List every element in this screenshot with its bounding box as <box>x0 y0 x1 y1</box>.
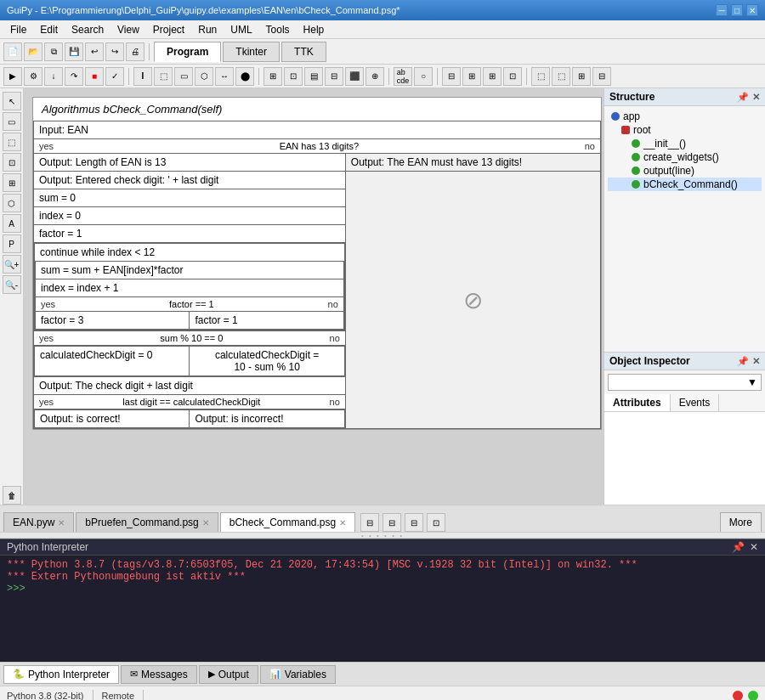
menu-tools[interactable]: Tools <box>259 22 297 37</box>
sidebar-zoom-in[interactable]: 🔍+ <box>3 255 21 274</box>
menu-edit[interactable]: Edit <box>33 22 65 37</box>
tree-bcheck[interactable]: bCheck_Command() <box>608 178 762 191</box>
sidebar-zoom-out[interactable]: 🔍- <box>3 275 21 294</box>
redo-button[interactable]: ↪ <box>105 42 124 61</box>
shape-btn-5[interactable]: ↔ <box>215 67 234 86</box>
minimize-button[interactable]: ─ <box>716 4 728 16</box>
inspector-tab-attributes[interactable]: Attributes <box>604 394 671 411</box>
tab-program[interactable]: Program <box>154 42 221 62</box>
tab-tkinter[interactable]: Tkinter <box>223 42 280 62</box>
tree-create-widgets[interactable]: create_widgets() <box>608 150 762 164</box>
new-button[interactable]: 📄 <box>3 42 22 61</box>
menu-project[interactable]: Project <box>146 22 191 37</box>
stop-button[interactable]: ■ <box>85 67 104 86</box>
tree-root[interactable]: root <box>608 123 762 137</box>
run-button[interactable]: ▶ <box>3 67 22 86</box>
out-entered: Output: Entered check digit: ' + last di… <box>34 172 345 189</box>
zoom-btn-3[interactable]: ⊞ <box>483 67 502 86</box>
inspector-pin-icon[interactable]: 📌 <box>737 356 749 367</box>
sidebar-delete[interactable]: 🗑 <box>3 486 21 505</box>
sidebar-tool5[interactable]: ⊞ <box>3 173 21 192</box>
menu-search[interactable]: Search <box>65 22 110 37</box>
handle-bar[interactable]: • • • • • • <box>0 532 765 539</box>
python-close-icon[interactable]: ✕ <box>750 541 758 553</box>
shape-btn-8[interactable]: ⊡ <box>284 67 303 86</box>
menu-uml[interactable]: UML <box>224 22 258 37</box>
export-btn-1[interactable]: ⬚ <box>531 67 550 86</box>
zoom-btn-2[interactable]: ⊞ <box>462 67 481 86</box>
menu-file[interactable]: File <box>3 22 33 37</box>
zoom-btn-1[interactable]: ⊟ <box>442 67 461 86</box>
inspector-tab-events[interactable]: Events <box>671 394 720 411</box>
sidebar-select[interactable]: ▭ <box>3 112 21 131</box>
zoom-btn-4[interactable]: ⊡ <box>503 67 522 86</box>
text-btn[interactable]: abcde <box>394 67 412 86</box>
python-pin-icon[interactable]: 📌 <box>732 541 745 553</box>
maximize-button[interactable]: □ <box>731 4 743 16</box>
tab-bpruefen[interactable]: bPruefen_Command.psg ✕ <box>76 512 218 532</box>
shape-btn-10[interactable]: ⊟ <box>325 67 343 86</box>
sidebar-tool8[interactable]: P <box>3 234 21 253</box>
tab-ctrl-4[interactable]: ⊡ <box>427 513 445 532</box>
shape-btn-6[interactable]: ⬤ <box>235 67 254 86</box>
sidebar-arrow[interactable]: ↖ <box>3 92 21 110</box>
step-into-button[interactable]: ↓ <box>44 67 63 86</box>
tab-bcheck[interactable]: bCheck_Command.psg ✕ <box>220 512 355 532</box>
menu-help[interactable]: Help <box>297 22 332 37</box>
shape-btn-2[interactable]: ⬚ <box>154 67 173 86</box>
save-button[interactable]: 💾 <box>65 42 83 61</box>
more-button[interactable]: More <box>720 512 762 532</box>
bottom-tab-interpreter[interactable]: 🐍 Python Interpreter <box>3 665 119 684</box>
tab-ctrl-3[interactable]: ⊟ <box>405 513 423 532</box>
tab-ean[interactable]: EAN.pyw ✕ <box>3 512 74 532</box>
menu-view[interactable]: View <box>110 22 146 37</box>
tab-ctrl-2[interactable]: ⊟ <box>382 513 401 532</box>
root-icon <box>621 126 630 134</box>
circle-btn[interactable]: ○ <box>414 67 433 86</box>
export-btn-4[interactable]: ⊟ <box>592 67 611 86</box>
menu-run[interactable]: Run <box>191 22 224 37</box>
shape-btn-12[interactable]: ⊕ <box>366 67 384 86</box>
copy-button[interactable]: ⧉ <box>44 42 63 61</box>
sidebar-tool7[interactable]: A <box>3 214 21 233</box>
python-content[interactable]: *** Python 3.8.7 (tags/v3.8.7:6503f05, D… <box>0 556 765 662</box>
algo-title: Algorithmus bCheck_Command(self) <box>33 98 601 121</box>
print-button[interactable]: 🖨 <box>126 42 144 61</box>
shape-btn-11[interactable]: ⬛ <box>345 67 364 86</box>
bottom-tab-messages[interactable]: ✉ Messages <box>121 665 197 684</box>
step-over-button[interactable]: ↷ <box>65 67 83 86</box>
export-btn-2[interactable]: ⬚ <box>552 67 570 86</box>
tab-bcheck-close[interactable]: ✕ <box>339 518 346 528</box>
shape-btn-9[interactable]: ▤ <box>304 67 323 86</box>
inspector-close-icon[interactable]: ✕ <box>752 356 760 367</box>
tab-ean-close[interactable]: ✕ <box>58 518 65 528</box>
python-prompt[interactable]: >>> <box>7 583 758 595</box>
tab-ttk[interactable]: TTK <box>281 42 326 62</box>
structure-close-icon[interactable]: ✕ <box>752 92 760 103</box>
sidebar-tool4[interactable]: ⊡ <box>3 153 21 172</box>
inspector-dropdown[interactable]: ▼ <box>608 374 762 391</box>
tree-init[interactable]: __init__() <box>608 137 762 150</box>
open-button[interactable]: 📂 <box>24 42 42 61</box>
debug-button[interactable]: ⚙ <box>24 67 42 86</box>
shape-btn-3[interactable]: ▭ <box>174 67 193 86</box>
sidebar-tool6[interactable]: ⬡ <box>3 194 21 212</box>
tree-app[interactable]: app <box>608 110 762 123</box>
check-button[interactable]: ✓ <box>105 67 124 86</box>
undo-button[interactable]: ↩ <box>85 42 104 61</box>
bottom-tab-variables[interactable]: 📊 Variables <box>260 665 336 684</box>
shape-btn-1[interactable]: I <box>133 67 152 86</box>
output-icon: ▶ <box>208 669 215 680</box>
tab-bpruefen-close[interactable]: ✕ <box>202 518 209 528</box>
structure-pin-icon[interactable]: 📌 <box>737 92 749 103</box>
bottom-tab-output[interactable]: ▶ Output <box>199 665 258 684</box>
shape-btn-4[interactable]: ⬡ <box>195 67 213 86</box>
tree-output[interactable]: output(line) <box>608 164 762 178</box>
toolbar2: ▶ ⚙ ↓ ↷ ■ ✓ I ⬚ ▭ ⬡ ↔ ⬤ ⊞ ⊡ ▤ ⊟ ⬛ ⊕ abcd… <box>0 65 765 88</box>
export-btn-3[interactable]: ⊞ <box>572 67 591 86</box>
sidebar-tool3[interactable]: ⬚ <box>3 133 21 151</box>
shape-btn-7[interactable]: ⊞ <box>264 67 282 86</box>
canvas-area[interactable]: Algorithmus bCheck_Command(self) Input: … <box>24 88 604 505</box>
tab-ctrl-1[interactable]: ⊟ <box>360 513 379 532</box>
close-button[interactable]: ✕ <box>746 4 758 16</box>
